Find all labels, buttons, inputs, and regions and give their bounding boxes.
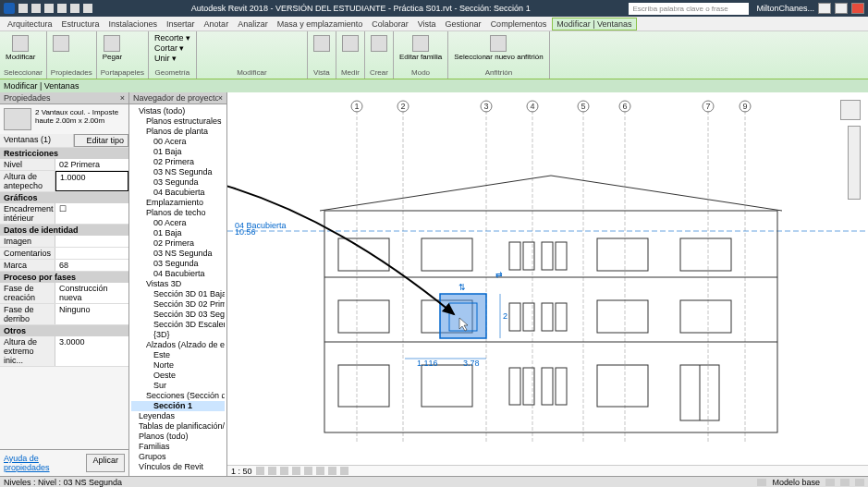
paste-button[interactable]: Pegar — [101, 33, 124, 63]
quick-access-toolbar[interactable] — [18, 4, 92, 13]
tree-item[interactable]: Sección 3D 03 Segunda — [131, 310, 225, 320]
tree-item[interactable]: Sur — [131, 381, 225, 391]
tab-modificar-ventanas[interactable]: Modificar | Ventanas — [552, 18, 636, 30]
marca-field[interactable]: 68 — [55, 260, 128, 271]
type-description[interactable]: 2 Vantaux coul. - Imposte haute 2.00m x … — [35, 108, 125, 130]
minimize-button[interactable] — [818, 3, 831, 14]
tree-item[interactable]: 04 Bacubierta — [131, 188, 225, 198]
select-pinned-icon[interactable] — [840, 479, 850, 486]
tree-item[interactable]: Vínculos de Revit — [131, 462, 225, 472]
tree-item[interactable]: Norte — [131, 360, 225, 371]
tree-item[interactable]: 03 NS Segunda — [131, 249, 225, 259]
browser-header[interactable]: Navegador de proyectos - Práctica ... × — [129, 92, 226, 104]
undo-icon[interactable] — [44, 4, 54, 13]
properties-help-link[interactable]: Ayuda de propiedades — [4, 454, 86, 472]
tree-item[interactable]: Vistas (todo) — [131, 106, 225, 116]
tree-item[interactable]: Tablas de planificación/Cantidades — [131, 421, 225, 432]
measure-icon[interactable] — [83, 4, 92, 13]
redo-icon[interactable] — [57, 4, 67, 13]
close-icon[interactable]: × — [120, 93, 125, 103]
tree-item[interactable]: Planos de planta — [131, 127, 225, 137]
detail-level-icon[interactable] — [256, 467, 264, 475]
maximize-button[interactable] — [835, 3, 848, 14]
tree-item[interactable]: 03 Segunda — [131, 259, 225, 269]
tab-analizar[interactable]: Analizar — [234, 18, 272, 30]
print-icon[interactable] — [70, 4, 79, 13]
tree-item[interactable]: 04 Bacubierta — [131, 269, 225, 279]
measure-button[interactable] — [340, 33, 361, 54]
tab-anotar[interactable]: Anotar — [201, 18, 233, 30]
close-button[interactable] — [851, 3, 864, 14]
tab-instalaciones[interactable]: Instalaciones — [105, 18, 162, 30]
type-selector[interactable]: Ventanas (1) — [0, 134, 74, 147]
tree-item[interactable]: Sección 3D 01 Baja — [131, 289, 225, 299]
open-icon[interactable] — [18, 4, 28, 13]
user-name[interactable]: MiltonChanes... — [756, 4, 814, 13]
crop-region-icon[interactable] — [316, 467, 324, 475]
close-icon[interactable]: × — [218, 93, 223, 103]
crop-view-icon[interactable] — [304, 467, 312, 475]
tree-item[interactable]: 01 Baja — [131, 228, 225, 238]
tree-item[interactable]: Familias — [131, 442, 225, 452]
create-button[interactable] — [369, 33, 389, 54]
view-cube[interactable] — [840, 100, 861, 120]
tree-item[interactable]: 01 Baja — [131, 147, 225, 157]
tree-item[interactable]: Emplazamiento — [131, 198, 225, 208]
scale-selector[interactable]: 1 : 50 — [231, 467, 252, 476]
tree-item[interactable]: Sección 3D Escalera — [131, 320, 225, 330]
imagen-field[interactable] — [55, 236, 128, 247]
tree-item[interactable]: Este — [131, 350, 225, 360]
search-input[interactable]: Escriba palabra clave o frase — [629, 3, 749, 15]
tree-item[interactable]: {3D} — [131, 330, 225, 340]
properties-header[interactable]: Propiedades × — [0, 92, 128, 104]
tree-item[interactable]: Grupos — [131, 452, 225, 462]
reveal-hidden-icon[interactable] — [340, 467, 348, 475]
fase-creacion-field[interactable]: Construcción nueva — [55, 283, 128, 303]
tree-item[interactable]: 02 Primera — [131, 238, 225, 249]
tree-item[interactable]: Vistas 3D — [131, 279, 225, 289]
apply-button[interactable]: Aplicar — [86, 454, 125, 472]
tree-item[interactable]: 03 Segunda — [131, 177, 225, 188]
tree-item[interactable]: Alzados (Alzado de edificio) — [131, 340, 225, 350]
tree-item[interactable]: 03 NS Segunda — [131, 167, 225, 177]
tab-insertar[interactable]: Insertar — [163, 18, 199, 30]
tab-arquitectura[interactable]: Arquitectura — [4, 18, 56, 30]
view-control-bar[interactable]: 1 : 50 — [227, 465, 868, 476]
comentarios-field[interactable] — [55, 248, 128, 259]
tree-item[interactable]: Sección 1 — [131, 401, 225, 411]
modificar-button[interactable]: Modificar — [4, 33, 37, 63]
tree-item[interactable]: Leyendas — [131, 411, 225, 421]
edit-family-button[interactable]: Editar familia — [397, 33, 444, 63]
tree-item[interactable]: Oeste — [131, 371, 225, 381]
tree-item[interactable]: Planos (todo) — [131, 432, 225, 442]
tab-masa[interactable]: Masa y emplazamiento — [274, 18, 367, 30]
encadrement-checkbox[interactable]: ☐ — [55, 203, 128, 224]
tree-item[interactable]: 00 Acera — [131, 137, 225, 147]
view-button[interactable] — [312, 33, 332, 54]
model-name[interactable]: Modelo base — [772, 478, 820, 487]
tree-item[interactable]: 00 Acera — [131, 218, 225, 228]
altura-antepecho-field[interactable]: 1.0000 — [55, 171, 128, 191]
tree-item[interactable]: Planos de techo — [131, 208, 225, 218]
save-icon[interactable] — [31, 4, 41, 13]
tree-item[interactable]: Secciones (Sección de edificio) — [131, 391, 225, 401]
visual-style-icon[interactable] — [268, 467, 276, 475]
navigation-bar[interactable] — [848, 126, 861, 200]
tab-colaborar[interactable]: Colaborar — [368, 18, 412, 30]
select-links-icon[interactable] — [825, 479, 835, 486]
tab-estructura[interactable]: Estructura — [58, 18, 104, 30]
tree-item[interactable]: 02 Primera — [131, 157, 225, 167]
shadows-icon[interactable] — [292, 467, 300, 475]
altura-extremo-field[interactable]: 3.0000 — [55, 336, 128, 366]
pick-new-host-button[interactable]: Seleccionar nuevo anfitrión — [452, 33, 545, 63]
drawing-canvas[interactable]: 12 34 56 79 04 Bacubierta 10.56 — [227, 92, 868, 476]
tab-vista[interactable]: Vista — [414, 18, 440, 30]
tree-item[interactable]: Sección 3D 02 Primera — [131, 299, 225, 310]
edit-type-button[interactable]: Editar tipo — [74, 134, 128, 147]
properties-button[interactable] — [51, 33, 71, 54]
sun-path-icon[interactable] — [280, 467, 288, 475]
tab-gestionar[interactable]: Gestionar — [442, 18, 485, 30]
tree-item[interactable]: Planos estructurales — [131, 116, 225, 127]
hide-isolate-icon[interactable] — [328, 467, 336, 475]
fase-derribo-field[interactable]: Ninguno — [55, 304, 128, 324]
